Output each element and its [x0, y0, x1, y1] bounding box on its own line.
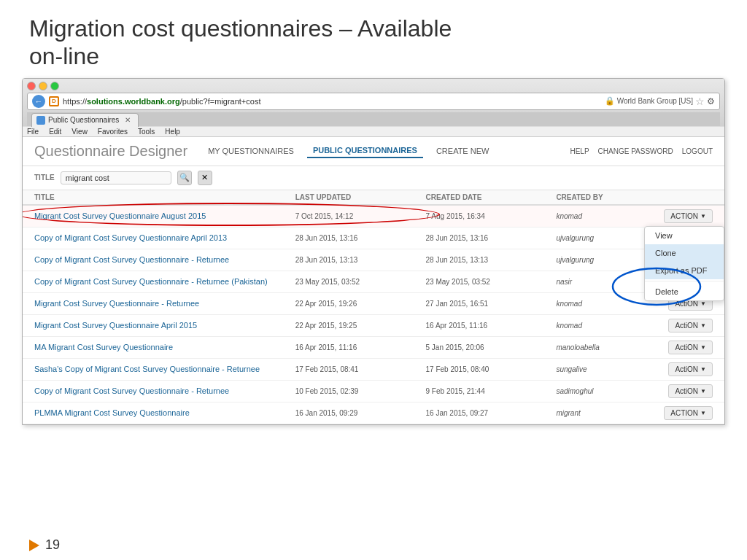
action-btn-label: ActiON [675, 343, 698, 351]
menu-view[interactable]: View [71, 128, 88, 136]
slide-footer: 19 [29, 537, 60, 553]
row-by: knomad [556, 212, 647, 220]
address-bar[interactable]: https://solutions.worldbank.org/public?f… [63, 97, 601, 106]
table-row: Copy of Migrant Cost Survey Questionnair… [23, 271, 724, 293]
action-button-7[interactable]: ActiON ▼ [668, 362, 713, 376]
browser-tabs: Public Questionnaires ✕ [27, 112, 720, 126]
row-action: ActiON ▼ [648, 341, 713, 354]
row-title[interactable]: Sasha's Copy of Migrant Cost Survey Ques… [34, 365, 295, 373]
browser-tab[interactable]: Public Questionnaires ✕ [31, 113, 139, 127]
row-title[interactable]: PLMMA Migrant Cost Survey Questionnaire [34, 408, 295, 417]
col-header-title: TITLE [34, 193, 295, 201]
tab-label: Public Questionnaires [48, 116, 119, 124]
row-created: 23 May 2015, 03:52 [426, 278, 557, 286]
table-row: Migrant Cost Survey Questionnaire August… [23, 206, 724, 228]
row-updated: 23 May 2015, 03:52 [295, 278, 426, 286]
change-password-link[interactable]: CHANGE PASSWORD [598, 147, 673, 155]
action-button-9[interactable]: ACTION ▼ [664, 406, 713, 420]
row-created: 27 Jan 2015, 16:51 [426, 300, 557, 308]
action-button-5[interactable]: ActiON ▼ [668, 319, 713, 332]
action-button-8[interactable]: ActiON ▼ [668, 384, 713, 398]
row-by: manoloabella [556, 343, 647, 351]
row-action: ACTION ▼ [648, 406, 713, 420]
minimize-btn[interactable] [39, 82, 47, 90]
browser-window: ← D https://solutions.worldbank.org/publ… [22, 78, 725, 425]
row-title[interactable]: Copy of Migrant Cost Survey Questionnair… [34, 386, 295, 395]
row-created: 9 Feb 2015, 21:44 [426, 387, 557, 395]
slide-title: Migration cost questionnaires – Availabl… [0, 0, 747, 78]
row-updated: 16 Jan 2015, 09:29 [295, 409, 426, 417]
row-updated: 7 Oct 2015, 14:12 [295, 212, 426, 220]
filter-label: TITLE [34, 174, 55, 182]
action-button-6[interactable]: ActiON ▼ [668, 341, 713, 354]
close-btn[interactable] [27, 82, 36, 90]
help-link[interactable]: HELP [570, 147, 589, 155]
row-title[interactable]: Copy of Migrant Cost Survey Questionnair… [34, 277, 295, 286]
row-title[interactable]: Migrant Cost Survey Questionnaire - Retu… [34, 299, 295, 308]
row-title[interactable]: Copy of Migrant Cost Survey Questionnair… [34, 233, 295, 242]
nav-public-questionnaires[interactable]: PUBLIC QUESTIONNAIRES [307, 144, 423, 158]
nav-create-new[interactable]: CREATE NEW [430, 144, 495, 158]
row-updated: 28 Jun 2015, 13:16 [295, 234, 426, 242]
row-title[interactable]: Copy of Migrant Cost Survey Questionnair… [34, 255, 295, 264]
browser-chrome: ← D https://solutions.worldbank.org/publ… [23, 79, 724, 126]
row-by: knomad [556, 322, 647, 330]
action-caret-icon: ▼ [700, 344, 706, 351]
row-created: 17 Feb 2015, 08:40 [426, 365, 557, 373]
worldbank-label: World Bank Group [US] [617, 97, 693, 105]
action-button-0[interactable]: ACTION ▼ [664, 209, 713, 223]
row-updated: 22 Apr 2015, 19:25 [295, 322, 426, 330]
table-row: MA Migrant Cost Survey Questionnaire 16 … [23, 337, 724, 359]
row-title[interactable]: MA Migrant Cost Survey Questionnaire [34, 343, 295, 351]
table-row: Sasha's Copy of Migrant Cost Survey Ques… [23, 359, 724, 381]
dropdown-export-pdf[interactable]: Export as PDF [645, 262, 724, 279]
search-button[interactable]: 🔍 [177, 171, 192, 185]
slide-number: 19 [45, 537, 60, 553]
dropdown-delete[interactable]: Delete [645, 283, 724, 300]
table-row: Copy of Migrant Cost Survey Questionnair… [23, 381, 724, 402]
table-row: PLMMA Migrant Cost Survey Questionnaire … [23, 402, 724, 424]
row-action: ActiON ▼ [648, 362, 713, 376]
row-by: migrant [556, 409, 647, 417]
action-btn-label: ActiON [675, 387, 698, 395]
browser-menubar: File Edit View Favorites Tools Help [23, 126, 724, 137]
action-caret-icon: ▼ [700, 322, 706, 329]
row-by: ujvalgurung [556, 234, 647, 242]
col-header-action [648, 193, 713, 201]
slide-arrow-icon [29, 540, 39, 551]
table-container: TITLE 🔍 ✕ TITLE LAST UPDATED CREATED DAT… [23, 166, 724, 424]
back-button[interactable]: ← [32, 95, 45, 108]
row-updated: 17 Feb 2015, 08:41 [295, 365, 426, 373]
row-title[interactable]: Migrant Cost Survey Questionnaire August… [34, 211, 295, 220]
app-nav: MY QUESTIONNAIRES PUBLIC QUESTIONNAIRES … [202, 144, 495, 158]
row-title[interactable]: Migrant Cost Survey Questionnaire April … [34, 321, 295, 330]
action-btn-label: ACTION [670, 212, 698, 220]
menu-help[interactable]: Help [165, 128, 180, 136]
settings-icon[interactable]: ⚙ [707, 96, 715, 106]
logout-link[interactable]: LOGOUT [682, 147, 713, 155]
row-created: 16 Jan 2015, 09:27 [426, 409, 557, 417]
maximize-btn[interactable] [50, 82, 59, 90]
menu-edit[interactable]: Edit [49, 128, 61, 136]
menu-tools[interactable]: Tools [138, 128, 155, 136]
column-headers: TITLE LAST UPDATED CREATED DATE CREATED … [23, 190, 724, 206]
col-header-created: CREATED DATE [426, 193, 557, 201]
row-created: 28 Jun 2015, 13:13 [426, 256, 557, 264]
menu-favorites[interactable]: Favorites [98, 128, 128, 136]
row-by: ujvalgurung [556, 256, 647, 264]
nav-my-questionnaires[interactable]: MY QUESTIONNAIRES [202, 144, 300, 158]
table-row: Migrant Cost Survey Questionnaire April … [23, 315, 724, 337]
filter-row: TITLE 🔍 ✕ [23, 166, 724, 190]
bookmark-icon[interactable]: ☆ [695, 96, 705, 107]
menu-file[interactable]: File [27, 128, 39, 136]
action-caret-icon: ▼ [700, 300, 706, 307]
tab-close-button[interactable]: ✕ [125, 116, 131, 124]
dropdown-view[interactable]: View [645, 227, 724, 244]
lock-icon: 🔒 [605, 96, 615, 106]
dropdown-clone[interactable]: Clone [645, 244, 724, 262]
search-input[interactable] [61, 171, 171, 184]
action-caret-icon: ▼ [700, 213, 706, 219]
row-by: sungalive [556, 365, 647, 373]
clear-button[interactable]: ✕ [198, 171, 212, 185]
app-logo: Questionnaire Designer [34, 143, 187, 160]
